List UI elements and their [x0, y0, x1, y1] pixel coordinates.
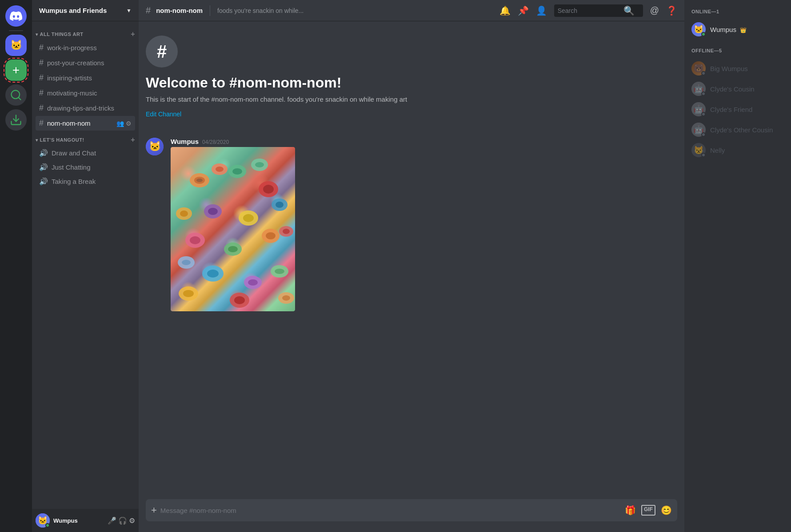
edit-channel-link[interactable]: Edit Channel	[146, 111, 181, 118]
member-avatar-clydes-other-cousin: 🤖	[691, 123, 706, 137]
voice-icon: 🔊	[39, 163, 48, 171]
svg-point-37	[180, 210, 188, 217]
emoji-icon[interactable]: 😊	[661, 505, 672, 516]
message-input-container: + 🎁 GIF 😊	[146, 499, 677, 521]
offline-indicator	[701, 153, 706, 157]
svg-point-27	[183, 290, 194, 297]
channel-motivating-music[interactable]: # motivating-music	[36, 86, 135, 100]
offline-members-header: OFFLINE—5	[688, 46, 787, 55]
message-image[interactable]	[171, 147, 295, 311]
svg-point-35	[255, 162, 264, 167]
category-header-all-things-art[interactable]: ▾ ALL THINGS ART +	[32, 28, 139, 40]
add-server-button[interactable]: +	[5, 60, 27, 81]
member-nelly[interactable]: 😾 Nelly	[688, 140, 787, 160]
channel-name-work-in-progress: work-in-progress	[47, 44, 132, 52]
member-avatar-nelly: 😾	[691, 143, 706, 157]
add-channel-icon[interactable]: +	[131, 30, 135, 38]
svg-point-41	[182, 260, 191, 265]
members-sidebar: ONLINE—1 🐱 Wumpus 👑 OFFLINE—5 🐻 Big Wump…	[684, 0, 791, 532]
search-input[interactable]	[558, 7, 620, 14]
pin-icon[interactable]: 📌	[518, 5, 529, 16]
category-chevron: ▾	[36, 32, 38, 37]
member-clydes-other-cousin[interactable]: 🤖 Clyde's Other Cousin	[688, 120, 787, 139]
channel-name-post-your-creations: post-your-creations	[47, 59, 132, 67]
channel-name-inspiring-artists: inspiring-artists	[47, 74, 132, 82]
text-channel-icon: #	[39, 43, 44, 52]
member-wumpus[interactable]: 🐱 Wumpus 👑	[688, 20, 787, 39]
voice-icon: 🔊	[39, 177, 48, 186]
voice-channel-name-draw-chat: Draw and Chat	[52, 149, 132, 157]
message-timestamp: 04/28/2020	[202, 139, 229, 145]
message-list: 🐱 Wumpus 04/28/2020	[139, 129, 684, 324]
download-button[interactable]	[5, 109, 27, 131]
cereal-svg	[171, 147, 295, 311]
user-panel: 🐱 Wumpus 🎤 🎧 ⚙	[32, 509, 139, 532]
channel-header-name: nom-nom-nom	[156, 7, 203, 14]
svg-point-9	[263, 185, 274, 194]
channel-inspiring-artists[interactable]: # inspiring-artists	[36, 71, 135, 85]
online-status-indicator	[701, 32, 706, 36]
channel-header: # nom-nom-nom foods you're snackin on wh…	[139, 0, 684, 21]
headset-icon[interactable]: 🎧	[118, 516, 127, 525]
svg-point-19	[228, 246, 238, 252]
voice-taking-a-break[interactable]: 🔊 Taking a Break	[36, 175, 135, 188]
add-member-icon[interactable]: 👥	[116, 120, 124, 127]
category-header-lets-hangout[interactable]: ▾ LET'S HANGOUT! +	[32, 134, 139, 146]
channel-drawing-tips[interactable]: # drawing-tips-and-tricks	[36, 101, 135, 115]
add-server-wrapper: + Add a Server	[5, 60, 27, 81]
help-icon[interactable]: ❓	[666, 5, 677, 16]
voice-just-chatting[interactable]: 🔊 Just Chatting	[36, 160, 135, 174]
mute-microphone-icon[interactable]: 🎤	[108, 516, 116, 525]
member-big-wumpus[interactable]: 🐻 Big Wumpus	[688, 59, 787, 78]
member-avatar-big-wumpus: 🐻	[691, 61, 706, 75]
server-divider	[9, 30, 23, 31]
search-bar[interactable]: 🔍	[554, 4, 643, 17]
add-attachment-button[interactable]: +	[151, 499, 157, 521]
member-avatar-clydes-cousin: 🤖	[691, 82, 706, 96]
message-input[interactable]	[160, 501, 621, 520]
wumpus-server-icon[interactable]: 🐱	[5, 35, 27, 56]
table-row: 🐱 Wumpus 04/28/2020	[146, 136, 677, 313]
user-online-indicator	[45, 523, 50, 528]
gift-icon[interactable]: 🎁	[625, 505, 636, 516]
hash-welcome-icon: #	[157, 42, 167, 62]
channel-work-in-progress[interactable]: # work-in-progress	[36, 40, 135, 55]
channel-name-nom-nom-nom: nom-nom-nom	[47, 119, 116, 127]
channel-post-your-creations[interactable]: # post-your-creations	[36, 56, 135, 70]
at-mention-icon[interactable]: @	[650, 5, 659, 16]
channel-nom-nom-nom[interactable]: # nom-nom-nom 👥 ⚙	[36, 116, 135, 131]
member-name-clydes-other-cousin: Clyde's Other Cousin	[710, 126, 773, 134]
server-avatar: 🐱	[5, 35, 27, 56]
svg-point-29	[234, 296, 245, 304]
explore-servers-button[interactable]	[5, 84, 27, 106]
settings-icon[interactable]: ⚙	[126, 120, 132, 127]
text-channel-icon: #	[39, 73, 44, 83]
server-name: Wumpus and Friends	[39, 7, 126, 14]
svg-point-39	[283, 229, 290, 234]
member-name-clydes-friend: Clyde's Friend	[710, 106, 752, 113]
svg-point-13	[243, 214, 254, 222]
offline-indicator	[701, 91, 706, 96]
gif-button[interactable]: GIF	[641, 505, 655, 516]
members-icon[interactable]: 👤	[536, 5, 547, 16]
user-settings-icon[interactable]: ⚙	[129, 516, 135, 525]
member-clydes-friend[interactable]: 🤖 Clyde's Friend	[688, 99, 787, 119]
discord-home-button[interactable]	[5, 5, 27, 27]
channel-name-motivating-music: motivating-music	[47, 89, 132, 97]
offline-indicator	[701, 71, 706, 75]
member-clydes-cousin[interactable]: 🤖 Clyde's Cousin	[688, 79, 787, 99]
svg-point-21	[266, 232, 276, 239]
add-voice-channel-icon[interactable]: +	[131, 136, 135, 144]
category-lets-hangout: ▾ LET'S HANGOUT! + 🔊 Draw and Chat 🔊 Jus…	[32, 134, 139, 188]
search-icon: 🔍	[623, 5, 635, 16]
main-content: # nom-nom-nom foods you're snackin on wh…	[139, 0, 684, 532]
server-header[interactable]: Wumpus and Friends ▼	[32, 0, 139, 21]
channel-welcome-title: Welcome to #nom-nom-nom!	[146, 75, 677, 91]
svg-point-23	[207, 270, 219, 278]
text-channel-icon: #	[39, 88, 44, 98]
server-dropdown-icon: ▼	[126, 8, 132, 14]
message-input-actions: 🎁 GIF 😊	[625, 505, 672, 516]
channel-action-icons: 👥 ⚙	[116, 120, 132, 127]
voice-draw-and-chat[interactable]: 🔊 Draw and Chat	[36, 146, 135, 160]
notifications-icon[interactable]: 🔔	[499, 5, 511, 16]
